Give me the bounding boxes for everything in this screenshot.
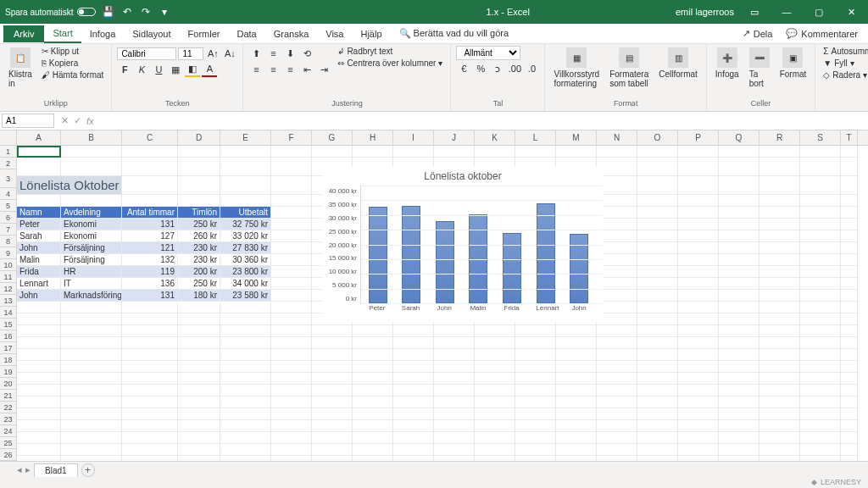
cell[interactable] xyxy=(760,337,800,349)
cell[interactable] xyxy=(515,325,556,337)
cell[interactable] xyxy=(475,325,515,337)
row-header[interactable]: 8 xyxy=(0,236,17,247)
cell[interactable] xyxy=(800,146,841,158)
cell[interactable] xyxy=(178,444,220,456)
cell[interactable]: Lönelista Oktober xyxy=(17,176,122,195)
cell[interactable] xyxy=(800,408,841,420)
cell[interactable] xyxy=(760,373,800,385)
cell[interactable] xyxy=(841,230,858,242)
column-header[interactable]: G xyxy=(312,130,353,145)
cell[interactable] xyxy=(637,207,678,219)
cell[interactable] xyxy=(719,432,760,444)
cell[interactable] xyxy=(271,420,312,432)
cell[interactable] xyxy=(475,420,515,432)
cell[interactable]: 180 kr xyxy=(178,290,220,302)
cell[interactable] xyxy=(841,266,858,278)
cell[interactable] xyxy=(312,396,353,408)
cell[interactable] xyxy=(841,195,858,207)
cell[interactable] xyxy=(178,176,220,195)
cell[interactable] xyxy=(61,158,122,176)
align-center-icon[interactable]: ≡ xyxy=(265,62,281,77)
cell[interactable] xyxy=(719,266,760,278)
cell[interactable] xyxy=(312,349,353,361)
cell[interactable] xyxy=(271,219,312,230)
cell[interactable] xyxy=(61,373,122,385)
cell[interactable] xyxy=(475,146,515,158)
cell[interactable] xyxy=(17,158,61,176)
column-header[interactable]: I xyxy=(393,130,434,145)
cell[interactable] xyxy=(312,444,353,456)
increase-decimal-icon[interactable]: .00 xyxy=(507,61,522,76)
cell[interactable] xyxy=(678,396,719,408)
cell[interactable] xyxy=(637,302,678,313)
cell[interactable] xyxy=(17,373,61,385)
cell[interactable] xyxy=(122,396,178,408)
cell[interactable] xyxy=(475,361,515,373)
cell[interactable] xyxy=(17,361,61,373)
cell[interactable] xyxy=(719,195,760,207)
cell[interactable] xyxy=(597,408,637,420)
percent-icon[interactable]: % xyxy=(473,61,488,76)
clear-button[interactable]: ◇ Radera ▾ xyxy=(821,69,868,80)
cell[interactable] xyxy=(637,408,678,420)
row-header[interactable]: 13 xyxy=(0,295,17,307)
cell[interactable] xyxy=(800,207,841,219)
cell[interactable] xyxy=(637,242,678,254)
embedded-chart[interactable]: Lönelista oktober 40 000 kr35 000 kr30 0… xyxy=(322,166,604,322)
cell[interactable] xyxy=(637,176,678,195)
cell[interactable] xyxy=(61,313,122,325)
add-sheet-button[interactable]: + xyxy=(81,463,95,477)
cell[interactable] xyxy=(393,337,434,349)
format-table-button[interactable]: ▤Formatera som tabell xyxy=(606,46,652,90)
tab-start[interactable]: Start xyxy=(44,25,81,43)
cell[interactable] xyxy=(220,349,271,361)
cell[interactable] xyxy=(17,420,61,432)
cell[interactable] xyxy=(178,158,220,176)
cell[interactable] xyxy=(841,254,858,266)
cell[interactable] xyxy=(122,313,178,325)
cell[interactable] xyxy=(17,302,61,313)
cell[interactable] xyxy=(760,195,800,207)
cell[interactable] xyxy=(312,432,353,444)
cell[interactable]: 119 xyxy=(122,266,178,278)
cell[interactable] xyxy=(760,146,800,158)
cell[interactable] xyxy=(434,349,475,361)
cell[interactable] xyxy=(678,337,719,349)
cell[interactable] xyxy=(637,373,678,385)
cell[interactable] xyxy=(122,302,178,313)
cell[interactable] xyxy=(637,219,678,230)
cell[interactable] xyxy=(678,313,719,325)
autosum-button[interactable]: Σ Autosumma ▾ xyxy=(821,46,868,57)
cell[interactable] xyxy=(312,420,353,432)
cell[interactable] xyxy=(637,266,678,278)
cell[interactable] xyxy=(271,444,312,456)
formula-input[interactable] xyxy=(99,114,868,127)
cell[interactable] xyxy=(353,408,393,420)
row-header[interactable]: 16 xyxy=(0,330,17,342)
cell[interactable] xyxy=(61,396,122,408)
cell[interactable] xyxy=(271,349,312,361)
cell[interactable] xyxy=(719,146,760,158)
sheet-nav-last-icon[interactable]: ▸ xyxy=(25,464,31,475)
minimize-button[interactable]: — xyxy=(775,3,798,21)
cell[interactable] xyxy=(719,278,760,290)
column-header[interactable]: B xyxy=(61,130,122,145)
cell[interactable] xyxy=(678,444,719,456)
cell[interactable]: Sarah xyxy=(17,230,61,242)
cell[interactable]: Malin xyxy=(17,254,61,266)
cell[interactable]: 230 kr xyxy=(178,242,220,254)
row-header[interactable]: 12 xyxy=(0,283,17,295)
cell[interactable] xyxy=(61,337,122,349)
cell[interactable]: Utbetalt xyxy=(220,207,271,219)
cell[interactable] xyxy=(760,302,800,313)
row-header[interactable]: 2 xyxy=(0,158,17,169)
cell[interactable] xyxy=(220,195,271,207)
cell[interactable] xyxy=(678,325,719,337)
cell[interactable] xyxy=(800,385,841,396)
cell[interactable] xyxy=(393,325,434,337)
cell[interactable] xyxy=(760,266,800,278)
cell[interactable]: 30 360 kr xyxy=(220,254,271,266)
row-header[interactable]: 6 xyxy=(0,212,17,224)
cell[interactable] xyxy=(719,385,760,396)
cell[interactable] xyxy=(800,349,841,361)
